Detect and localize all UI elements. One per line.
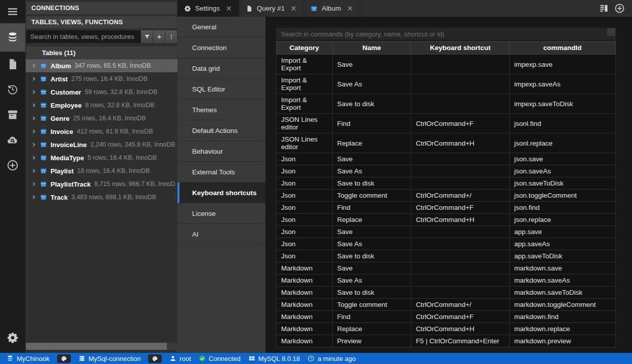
table-list-item[interactable]: PlaylistTrack8,715 rows, 966.7 KB, InnoD…	[26, 177, 177, 191]
category-cell: Json	[277, 214, 333, 226]
new-tab-button[interactable]	[614, 3, 625, 14]
name-cell: Replace	[332, 133, 411, 153]
shortcut-row[interactable]: JsonSave to diskjson.saveToDisk	[277, 177, 616, 190]
explorer-header[interactable]: TABLES, VIEWS, FUNCTIONS	[26, 16, 177, 28]
shortcut-row[interactable]: JsonFindCtrlOrCommand+Fjson.find	[277, 202, 616, 214]
rail-cloud-search-button[interactable]	[0, 127, 25, 153]
toggle-console-button[interactable]	[599, 3, 609, 14]
settings-nav-keyboard-shortcuts[interactable]: Keyboard shortcuts	[177, 183, 265, 203]
chevron-right-icon[interactable]	[31, 142, 36, 147]
sidebar-more-button[interactable]	[165, 30, 177, 43]
shortcut-row[interactable]: MarkdownFindCtrlOrCommand+Fmarkdown.find	[277, 311, 616, 323]
status-client-badge-2[interactable]	[148, 354, 162, 363]
rail-history-button[interactable]	[0, 77, 25, 102]
rail-backups-button[interactable]	[0, 102, 25, 127]
shortcut-cell: CtrlOrCommand+F	[411, 311, 510, 323]
settings-nav-ai[interactable]: AI	[177, 224, 265, 245]
shortcut-cell	[411, 262, 510, 275]
table-list-item[interactable]: Employee8 rows, 32.8 KB, InnoDB	[26, 99, 177, 112]
rail-settings-button[interactable]	[0, 327, 25, 349]
table-list-item[interactable]: Playlist18 rows, 16.4 KB, InnoDB	[26, 164, 177, 177]
shortcut-row[interactable]: Import & ExportSave Asimpexp.saveAs	[277, 74, 616, 94]
shortcut-row[interactable]: JsonToggle commentCtrlOrCommand+/json.to…	[277, 190, 616, 202]
table-list-item[interactable]: MediaType5 rows, 16.4 KB, InnoDB	[26, 151, 177, 164]
rail-queries-button[interactable]	[0, 52, 25, 77]
shortcut-row[interactable]: JsonSavejson.save	[277, 153, 616, 165]
status-server-version[interactable]: MySQL 8.0.18	[248, 355, 300, 362]
shortcut-row[interactable]: JSON Lines editorReplaceCtrlOrCommand+Hj…	[277, 133, 616, 153]
tab-album[interactable]: Album	[304, 0, 360, 17]
chevron-right-icon[interactable]	[31, 155, 36, 160]
settings-nav-behaviour[interactable]: Behaviour	[177, 141, 265, 162]
shortcut-row[interactable]: JsonSave Asjson.saveAs	[277, 165, 616, 177]
shortcut-row[interactable]: JsonSave Asapp.saveAs	[277, 238, 616, 250]
chevron-right-icon[interactable]	[31, 168, 36, 173]
tables-section-header[interactable]: Tables (11)	[26, 47, 177, 59]
chevron-right-icon[interactable]	[31, 181, 36, 187]
tab-close-button[interactable]	[347, 5, 353, 12]
settings-nav-data-grid[interactable]: Data grid	[177, 58, 265, 79]
command-search-input[interactable]	[276, 28, 616, 40]
shortcut-row[interactable]: MarkdownSave Asmarkdown.saveAs	[277, 275, 616, 287]
shortcut-row[interactable]: MarkdownSave to diskmarkdown.saveToDisk	[277, 287, 616, 299]
shortcut-row[interactable]: JsonReplaceCtrlOrCommand+Hjson.replace	[277, 214, 616, 226]
settings-nav-general[interactable]: General	[177, 17, 265, 37]
shortcuts-table-header: CategoryNameKeyboard shortcutcommandId	[277, 41, 616, 55]
chevron-right-icon[interactable]	[31, 103, 36, 108]
tab-label: Query #1	[257, 5, 285, 12]
shortcut-row[interactable]: MarkdownPreviewF5 | CtrlOrCommand+Enterm…	[277, 335, 616, 347]
status-connection[interactable]: MySql-connection	[78, 355, 141, 362]
shortcut-row[interactable]: MarkdownToggle commentCtrlOrCommand+/mar…	[277, 299, 616, 311]
table-meta: 275 rows, 16.4 KB, InnoDB	[71, 75, 148, 82]
command-search-clear-button[interactable]	[607, 28, 615, 36]
shortcut-cell: CtrlOrCommand+/	[411, 299, 510, 311]
table-list-item[interactable]: Invoice412 rows, 81.9 KB, InnoDB	[26, 125, 177, 138]
settings-nav-external-tools[interactable]: External Tools	[177, 162, 265, 183]
connections-header[interactable]: CONNECTIONS	[26, 2, 177, 14]
chevron-right-icon[interactable]	[31, 63, 36, 68]
settings-nav-themes[interactable]: Themes	[177, 100, 265, 120]
shortcut-row[interactable]: MarkdownReplaceCtrlOrCommand+Hmarkdown.r…	[277, 323, 616, 335]
tab-query-1[interactable]: Query #1	[239, 0, 304, 17]
shortcut-row[interactable]: Import & ExportSaveimpexp.save	[277, 55, 616, 74]
chevron-right-icon[interactable]	[31, 195, 36, 200]
chevron-right-icon[interactable]	[31, 116, 36, 121]
settings-nav-sql-editor[interactable]: SQL Editor	[177, 79, 265, 100]
tab-close-button[interactable]	[290, 5, 297, 12]
tab-settings[interactable]: Settings	[177, 0, 239, 17]
settings-nav-connection[interactable]: Connection	[177, 37, 265, 58]
settings-nav-license[interactable]: License	[177, 203, 265, 224]
rail-connections-button[interactable]	[0, 23, 25, 52]
chevron-right-icon[interactable]	[31, 129, 36, 134]
table-meta: 25 rows, 16.4 KB, InnoDB	[73, 115, 146, 122]
chevron-right-icon[interactable]	[31, 76, 36, 81]
status-user[interactable]: root	[169, 355, 191, 362]
rail-add-connection-button[interactable]	[0, 153, 25, 178]
table-list-item[interactable]: Genre25 rows, 16.4 KB, InnoDB	[26, 112, 177, 125]
shortcut-row[interactable]: Import & ExportSave to diskimpexp.saveTo…	[277, 94, 616, 114]
status-last-refresh[interactable]: a minute ago	[307, 355, 355, 362]
sidebar-filter-button[interactable]	[141, 30, 153, 43]
table-list-item[interactable]: Artist275 rows, 16.4 KB, InnoDB	[26, 72, 177, 85]
shortcut-row[interactable]: MarkdownSavemarkdown.save	[277, 262, 616, 275]
chevron-right-icon[interactable]	[31, 89, 36, 95]
scrollbar-thumb[interactable]	[26, 343, 167, 350]
sidebar-add-button[interactable]	[153, 30, 165, 43]
sidebar-search-input[interactable]	[26, 30, 141, 43]
table-list-item[interactable]: Album347 rows, 65.5 KB, InnoDB	[26, 59, 177, 72]
table-list-item[interactable]: InvoiceLine2,240 rows, 245.8 KB, InnoDB	[26, 138, 177, 151]
status-status[interactable]: Connected	[199, 355, 241, 362]
table-list-item[interactable]: Track3,483 rows, 688.1 KB, InnoDB	[26, 191, 177, 204]
tab-close-button[interactable]	[225, 5, 232, 12]
status-schema[interactable]: MyChinook	[7, 355, 50, 362]
status-client-badge[interactable]	[57, 354, 71, 363]
name-cell: Replace	[332, 214, 411, 226]
shortcut-row[interactable]: JSON Lines editorFindCtrlOrCommand+Fjson…	[277, 114, 616, 133]
sidebar-horizontal-scrollbar[interactable]	[26, 343, 177, 350]
collapse-minus-square-icon[interactable]	[31, 50, 37, 56]
table-list-item[interactable]: Customer59 rows, 32.8 KB, InnoDB	[26, 85, 177, 99]
shortcut-row[interactable]: JsonSaveapp.save	[277, 226, 616, 238]
settings-nav-default-actions[interactable]: Default Actions	[177, 120, 265, 141]
rail-menu-button[interactable]	[0, 0, 25, 23]
shortcut-row[interactable]: JsonSave to diskapp.saveToDisk	[277, 250, 616, 262]
